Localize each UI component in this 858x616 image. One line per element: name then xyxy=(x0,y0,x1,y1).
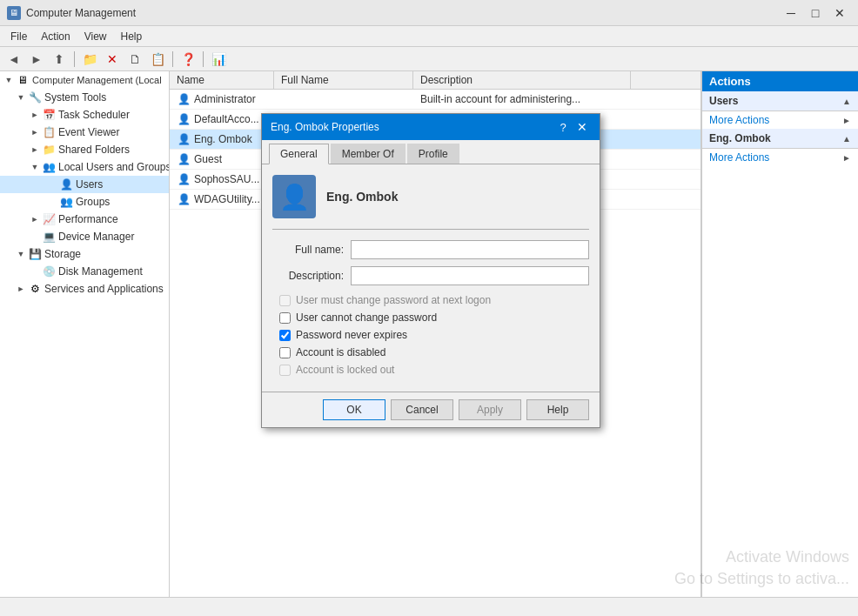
toolbar-properties-button[interactable]: 🗋 xyxy=(124,50,145,69)
tree-expander-performance[interactable]: ► xyxy=(28,212,42,226)
account-disabled-checkbox[interactable] xyxy=(279,347,291,358)
tree-label-shared-folders: Shared Folders xyxy=(58,144,130,156)
dialog-help-icon-button[interactable]: ? xyxy=(554,119,572,135)
actions-section-users-arrow: ▲ xyxy=(842,97,851,106)
description-input[interactable] xyxy=(351,266,589,285)
tree-item-disk-management[interactable]: ► 💿 Disk Management xyxy=(0,263,169,280)
tree-item-groups[interactable]: ► 👥 Groups xyxy=(0,193,169,211)
fullname-input[interactable] xyxy=(351,240,589,259)
actions-section-eng-ombok[interactable]: Eng. Ombok ▲ xyxy=(702,129,858,149)
cell-description-administrator: Built-in account for administering... xyxy=(413,90,631,108)
toolbar-separator-3 xyxy=(203,51,204,67)
dialog-close-button[interactable]: ✕ xyxy=(573,119,591,135)
tree-icon-disk-management: 💿 xyxy=(42,264,56,278)
column-header-fullname[interactable]: Full Name xyxy=(274,71,413,89)
description-row: Description: xyxy=(272,266,589,285)
tree-item-event-viewer[interactable]: ► 📋 Event Viewer xyxy=(0,124,169,141)
list-header: Name Full Name Description xyxy=(170,71,700,90)
cannot-change-password-checkbox[interactable] xyxy=(279,312,291,324)
column-header-name[interactable]: Name xyxy=(170,71,274,89)
tree-label-task-scheduler: Task Scheduler xyxy=(58,109,130,121)
cancel-button[interactable]: Cancel xyxy=(391,399,453,420)
actions-item-eng-ombok-more[interactable]: More Actions ► xyxy=(702,149,858,166)
tree-pane: ▼ 🖥 Computer Management (Local ▼ 🔧 Syste… xyxy=(0,71,170,597)
dialog-content: 👤 Eng. Ombok Full name: Description: Use… xyxy=(262,164,600,392)
user-icon-guest: 👤 xyxy=(177,152,191,166)
status-bar xyxy=(0,597,858,616)
tree-icon-task-scheduler: 📅 xyxy=(42,108,56,122)
minimize-button[interactable]: ─ xyxy=(780,4,802,22)
tab-general[interactable]: General xyxy=(269,144,329,164)
toolbar-folder-button[interactable]: 📁 xyxy=(79,50,100,69)
actions-section-eng-ombok-arrow: ▲ xyxy=(842,134,851,144)
actions-section-users[interactable]: Users ▲ xyxy=(702,91,858,111)
tree-item-system-tools[interactable]: ▼ 🔧 System Tools xyxy=(0,89,169,106)
dialog-user-name: Eng. Ombok xyxy=(326,190,398,204)
list-row[interactable]: 👤Administrator Built-in account for admi… xyxy=(170,90,700,110)
dialog-title-bar: Eng. Ombok Properties ? ✕ xyxy=(262,114,600,140)
ok-button[interactable]: OK xyxy=(323,399,385,420)
cell-name-wdagutility: 👤WDAGUtility... xyxy=(170,190,274,209)
cannot-change-password-label: User cannot change password xyxy=(296,311,437,324)
tree-item-local-users-groups[interactable]: ▼ 👥 Local Users and Groups xyxy=(0,158,169,176)
actions-item-eng-ombok-more-label: More Actions xyxy=(709,151,769,164)
toolbar-chart-button[interactable]: 📊 xyxy=(208,50,229,69)
tree-expander-system-tools[interactable]: ▼ xyxy=(14,90,28,104)
menu-help[interactable]: Help xyxy=(114,29,150,44)
tree-expander-shared-folders[interactable]: ► xyxy=(28,143,42,157)
tree-expander-task-scheduler[interactable]: ► xyxy=(28,108,42,122)
tree-label-performance: Performance xyxy=(58,213,118,225)
tree-expander-local-users[interactable]: ▼ xyxy=(28,160,42,174)
account-disabled-label: Account is disabled xyxy=(296,346,385,358)
tree-icon-computer: 🖥 xyxy=(16,73,30,87)
tree-item-services-applications[interactable]: ► ⚙ Services and Applications xyxy=(0,280,169,298)
toolbar-forward-button[interactable]: ► xyxy=(26,50,47,69)
tab-member-of[interactable]: Member Of xyxy=(331,144,406,164)
maximize-button[interactable]: □ xyxy=(804,4,827,22)
app-icon: 🖥 xyxy=(7,6,21,20)
tree-icon-local-users: 👥 xyxy=(42,160,56,174)
tree-label-event-viewer: Event Viewer xyxy=(58,126,119,138)
dialog-tabs: General Member Of Profile xyxy=(262,140,600,164)
must-change-password-label: User must change password at next logon xyxy=(296,294,491,306)
tree-item-performance[interactable]: ► 📈 Performance xyxy=(0,211,169,228)
tree-expander-services[interactable]: ► xyxy=(14,282,28,296)
tree-item-storage[interactable]: ▼ 💾 Storage xyxy=(0,245,169,263)
tree-expander-storage[interactable]: ▼ xyxy=(14,247,28,261)
fullname-row: Full name: xyxy=(272,240,589,259)
tree-item-device-manager[interactable]: ► 💻 Device Manager xyxy=(0,228,169,245)
toolbar-back-button[interactable]: ◄ xyxy=(3,50,24,69)
tree-label-computer: Computer Management (Local xyxy=(32,75,162,85)
actions-item-users-more[interactable]: More Actions ► xyxy=(702,111,858,129)
actions-item-eng-ombok-more-arrow: ► xyxy=(842,153,851,163)
tree-item-task-scheduler[interactable]: ► 📅 Task Scheduler xyxy=(0,106,169,124)
toolbar-delete-button[interactable]: ✕ xyxy=(102,50,123,69)
toolbar-up-button[interactable]: ⬆ xyxy=(49,50,70,69)
toolbar-help-button[interactable]: ❓ xyxy=(178,50,198,69)
tree-item-computer-management[interactable]: ▼ 🖥 Computer Management (Local xyxy=(0,71,169,89)
password-never-expires-checkbox[interactable] xyxy=(279,330,291,341)
help-button[interactable]: Help xyxy=(526,399,589,420)
must-change-password-checkbox[interactable] xyxy=(279,295,291,306)
toolbar-refresh-button[interactable]: 📋 xyxy=(147,50,168,69)
tab-profile[interactable]: Profile xyxy=(407,144,459,164)
actions-item-users-more-arrow: ► xyxy=(842,116,851,125)
tree-item-shared-folders[interactable]: ► 📁 Shared Folders xyxy=(0,141,169,158)
tree-label-system-tools: System Tools xyxy=(44,91,106,104)
password-never-expires-label: Password never expires xyxy=(296,329,407,341)
properties-dialog: Eng. Ombok Properties ? ✕ General Member… xyxy=(261,113,600,428)
column-header-description[interactable]: Description xyxy=(413,71,631,89)
apply-button[interactable]: Apply xyxy=(459,399,521,420)
tree-expander-event-viewer[interactable]: ► xyxy=(28,125,42,139)
account-locked-out-checkbox[interactable] xyxy=(279,365,291,376)
toolbar-separator-2 xyxy=(172,51,173,67)
tree-expander-root[interactable]: ▼ xyxy=(2,73,16,87)
tree-item-users[interactable]: ► 👤 Users xyxy=(0,176,169,193)
close-button[interactable]: ✕ xyxy=(828,4,851,22)
toolbar: ◄ ► ⬆ 📁 ✕ 🗋 📋 ❓ 📊 xyxy=(0,47,858,71)
tree-label-users: Users xyxy=(76,178,103,191)
window-title: Computer Management xyxy=(26,7,136,19)
menu-file[interactable]: File xyxy=(3,29,34,44)
menu-action[interactable]: Action xyxy=(34,29,77,44)
menu-view[interactable]: View xyxy=(77,29,114,44)
